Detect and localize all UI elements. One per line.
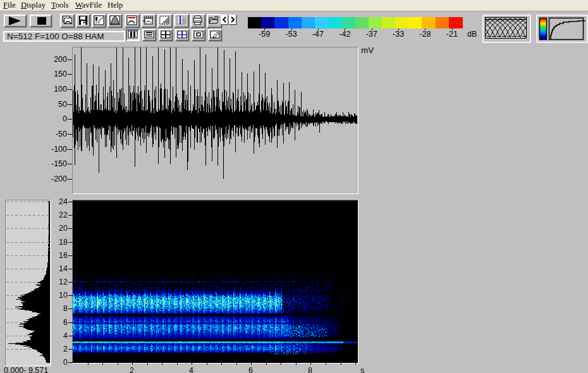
svg-text:S: S <box>181 17 186 25</box>
